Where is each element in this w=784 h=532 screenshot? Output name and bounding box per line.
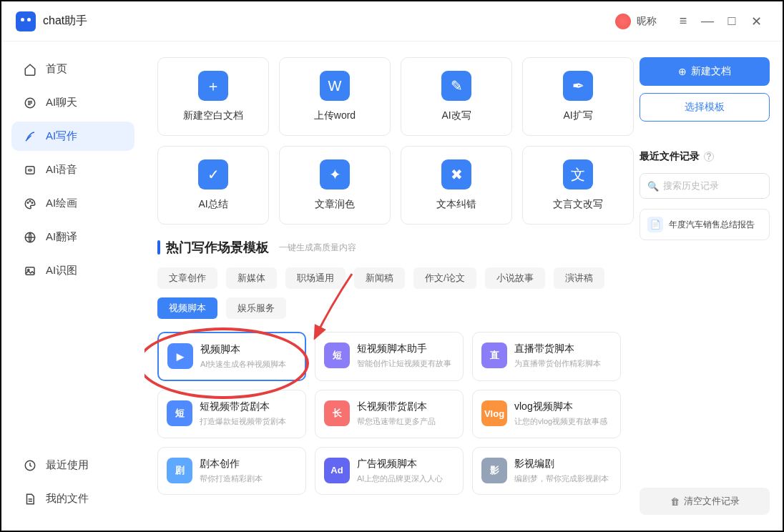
template-drama[interactable]: 剧 剧本创作帮你打造精彩剧本 bbox=[157, 447, 306, 495]
tool-new-blank[interactable]: ＋新建空白文档 bbox=[157, 57, 269, 136]
template-title: 长视频带货剧本 bbox=[357, 400, 436, 413]
globe-icon bbox=[23, 231, 37, 244]
recent-file-item[interactable]: 📄 年度汽车销售总结报告 bbox=[640, 209, 770, 240]
sidebar-item-files[interactable]: 我的文件 bbox=[11, 484, 134, 513]
accent-bar-icon bbox=[157, 240, 160, 255]
button-label: 清空文件记录 bbox=[684, 495, 740, 508]
tool-rewrite[interactable]: ✎AI改写 bbox=[401, 57, 512, 136]
sidebar-item-translate[interactable]: AI翻译 bbox=[11, 222, 134, 252]
app-title: chat助手 bbox=[43, 14, 87, 29]
heading-label: 最近文件记录 bbox=[640, 150, 700, 163]
sidebar-item-label: AI语音 bbox=[46, 163, 77, 177]
template-ad-video[interactable]: Ad 广告视频脚本AI上您的品牌更深入人心 bbox=[315, 447, 464, 495]
sparkle-icon: ✦ bbox=[320, 159, 350, 189]
long-sale-icon: 长 bbox=[324, 400, 350, 426]
file-name: 年度汽车销售总结报告 bbox=[669, 219, 755, 231]
close-button[interactable]: ✕ bbox=[744, 9, 768, 34]
template-tabs: 文章创作 新媒体 职场通用 新闻稿 作文/论文 小说故事 演讲稿 视频脚本 娱乐… bbox=[157, 267, 627, 319]
template-long-sale[interactable]: 长 长视频带货剧本帮您迅速带红更多产品 bbox=[315, 390, 464, 438]
home-icon bbox=[23, 63, 37, 76]
plus-circle-icon: ⊕ bbox=[678, 66, 687, 77]
sidebar-item-label: AI写作 bbox=[46, 129, 77, 143]
search-input[interactable]: 🔍 搜索历史记录 bbox=[640, 173, 770, 199]
user-avatar-icon[interactable] bbox=[615, 14, 631, 29]
template-desc: 帮您迅速带红更多产品 bbox=[357, 416, 436, 427]
template-desc: 让您的vlog视频更有故事感 bbox=[514, 416, 607, 427]
template-screenwriter[interactable]: 影 影视编剧编剧梦，帮你完成影视剧本 bbox=[472, 447, 621, 495]
clock-icon bbox=[23, 459, 37, 472]
section-hint: 一键生成高质量内容 bbox=[279, 242, 356, 254]
template-desc: 帮你打造精彩剧本 bbox=[200, 473, 263, 484]
select-template-button[interactable]: 选择模板 bbox=[640, 93, 770, 122]
feather-plus-icon: ✒ bbox=[563, 71, 593, 101]
minimize-button[interactable]: — bbox=[695, 9, 720, 34]
palette-icon bbox=[23, 197, 37, 210]
tool-expand[interactable]: ✒AI扩写 bbox=[522, 57, 634, 136]
short-video-icon: 短 bbox=[324, 343, 350, 368]
tab-novel[interactable]: 小说故事 bbox=[485, 267, 545, 289]
tab-video-script[interactable]: 视频脚本 bbox=[157, 297, 217, 319]
template-title: 短视频带货剧本 bbox=[200, 400, 286, 413]
tool-label: 上传word bbox=[314, 109, 356, 122]
tool-label: 文本纠错 bbox=[436, 198, 476, 211]
sidebar-item-vision[interactable]: AI识图 bbox=[11, 256, 134, 285]
tool-polish[interactable]: ✦文章润色 bbox=[279, 146, 391, 225]
svg-point-3 bbox=[29, 200, 31, 202]
sidebar-item-chat[interactable]: AI聊天 bbox=[11, 88, 134, 117]
recent-files-heading: 最近文件记录 ? bbox=[640, 150, 770, 163]
tool-classical[interactable]: 文文言文改写 bbox=[522, 146, 634, 225]
new-document-button[interactable]: ⊕ 新建文档 bbox=[640, 57, 770, 86]
chat-icon bbox=[23, 97, 37, 109]
video-script-icon: ▶ bbox=[167, 343, 193, 369]
user-nickname[interactable]: 昵称 bbox=[637, 15, 657, 28]
titlebar: chat助手 昵称 ≡ — □ ✕ bbox=[1, 1, 783, 41]
trash-icon: 🗑 bbox=[670, 496, 680, 507]
maximize-button[interactable]: □ bbox=[720, 9, 744, 34]
sidebar-item-voice[interactable]: AI语音 bbox=[11, 155, 134, 184]
template-desc: AI上您的品牌更深入人心 bbox=[357, 473, 443, 484]
sidebar-item-label: 首页 bbox=[46, 62, 67, 76]
template-desc: 打造爆款短视频带货剧本 bbox=[200, 416, 286, 427]
template-title: 直播带货脚本 bbox=[514, 343, 601, 355]
clear-history-button[interactable]: 🗑 清空文件记录 bbox=[640, 488, 770, 515]
template-title: vlog视频脚本 bbox=[514, 400, 607, 413]
template-vlog[interactable]: Vlog vlog视频脚本让您的vlog视频更有故事感 bbox=[472, 390, 621, 438]
help-icon[interactable]: ? bbox=[704, 152, 714, 162]
sidebar-item-label: AI绘画 bbox=[46, 197, 77, 210]
tool-label: AI扩写 bbox=[563, 109, 592, 122]
template-title: 剧本创作 bbox=[200, 458, 263, 471]
tab-news[interactable]: 新闻稿 bbox=[354, 267, 405, 289]
menu-button[interactable]: ≡ bbox=[671, 9, 695, 34]
vlog-icon: Vlog bbox=[481, 400, 507, 426]
sidebar-item-home[interactable]: 首页 bbox=[11, 54, 134, 84]
template-title: 视频脚本 bbox=[200, 343, 286, 356]
tab-newmedia[interactable]: 新媒体 bbox=[226, 267, 277, 289]
section-header: 热门写作场景模板 一键生成高质量内容 bbox=[157, 239, 627, 256]
sidebar-item-label: AI翻译 bbox=[46, 230, 77, 244]
tab-entertainment[interactable]: 娱乐服务 bbox=[226, 297, 286, 319]
tool-summarize[interactable]: ✓AI总结 bbox=[157, 146, 269, 225]
film-icon: 影 bbox=[481, 458, 507, 483]
tab-speech[interactable]: 演讲稿 bbox=[554, 267, 604, 289]
tab-article[interactable]: 文章创作 bbox=[157, 267, 217, 289]
tool-label: AI改写 bbox=[441, 109, 471, 122]
tab-essay[interactable]: 作文/论文 bbox=[413, 267, 476, 289]
template-live-sale[interactable]: 直 直播带货脚本为直播带货创作精彩脚本 bbox=[472, 332, 621, 381]
template-video-script[interactable]: ▶ 视频脚本AI快速生成各种视频脚本 bbox=[157, 332, 306, 381]
template-short-sale[interactable]: 短 短视频带货剧本打造爆款短视频带货剧本 bbox=[157, 390, 306, 438]
tab-workplace[interactable]: 职场通用 bbox=[285, 267, 346, 289]
template-desc: 智能创作让短视频更有故事 bbox=[357, 358, 451, 369]
sidebar: 首页 AI聊天 AI写作 AI语音 AI绘画 AI翻译 AI识图 最 bbox=[1, 41, 144, 531]
template-short-video-assist[interactable]: 短 短视频脚本助手智能创作让短视频更有故事 bbox=[315, 332, 464, 381]
document-icon: 📄 bbox=[647, 217, 663, 232]
sidebar-item-write[interactable]: AI写作 bbox=[11, 122, 134, 151]
sidebar-item-paint[interactable]: AI绘画 bbox=[11, 189, 134, 218]
section-title: 热门写作场景模板 bbox=[166, 239, 269, 256]
tool-correct[interactable]: ✖文本纠错 bbox=[401, 146, 512, 225]
plus-icon: ＋ bbox=[198, 71, 228, 101]
tool-upload-word[interactable]: W上传word bbox=[279, 57, 391, 136]
tool-label: AI总结 bbox=[198, 198, 227, 211]
template-desc: 为直播带货创作精彩脚本 bbox=[514, 358, 601, 369]
scroll-icon: 文 bbox=[563, 159, 593, 189]
sidebar-item-recent[interactable]: 最近使用 bbox=[11, 450, 134, 480]
